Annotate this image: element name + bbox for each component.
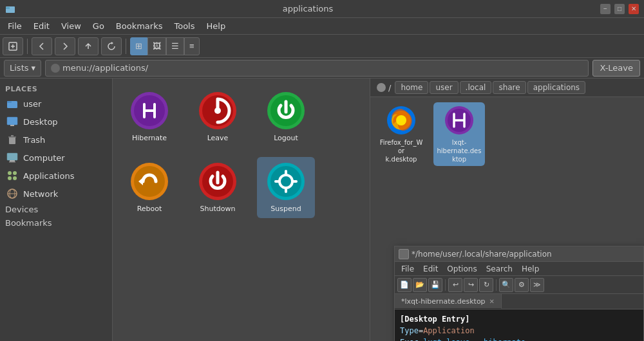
menu-view[interactable]: View bbox=[56, 20, 86, 32]
file-item-logout[interactable]: Logout bbox=[257, 86, 315, 147]
file-item-hibernate[interactable]: Hibernate bbox=[120, 86, 178, 147]
editor-title-text: */home/user/.local/share/application bbox=[412, 250, 639, 259]
breadcrumb-separator: / bbox=[388, 83, 391, 93]
editor-menu-bar: File Edit Options Search Help bbox=[395, 262, 643, 276]
menu-edit[interactable]: Edit bbox=[28, 20, 55, 32]
view-grid-button[interactable]: ⊞ bbox=[130, 37, 147, 55]
svg-point-12 bbox=[13, 171, 17, 175]
editor-new-btn[interactable]: 📄 bbox=[397, 278, 412, 292]
minimize-button[interactable]: − bbox=[600, 4, 611, 14]
view-image-button[interactable]: 🖼 bbox=[147, 37, 166, 55]
suspend-label: Suspend bbox=[270, 205, 301, 214]
editor-save-btn[interactable]: 💾 bbox=[428, 278, 442, 292]
lxqt-hibernate-label: lxqt-hibernate.desktop bbox=[436, 138, 482, 163]
sidebar-network-label: Network bbox=[23, 189, 58, 199]
menu-help[interactable]: Help bbox=[202, 20, 231, 32]
title-bar: applications − □ ✕ bbox=[0, 0, 644, 18]
breadcrumb-share[interactable]: share bbox=[493, 81, 526, 94]
svg-rect-10 bbox=[9, 161, 15, 163]
editor-replace-btn[interactable]: ⚙ bbox=[515, 278, 529, 292]
breadcrumb-local[interactable]: .local bbox=[460, 81, 492, 94]
file-item-shutdown[interactable]: Shutdown bbox=[189, 157, 247, 217]
sidebar: Places user Desktop Trash Computer bbox=[0, 78, 113, 341]
sidebar-item-computer[interactable]: Computer bbox=[1, 149, 111, 166]
menu-file[interactable]: File bbox=[3, 20, 27, 32]
menu-tools[interactable]: Tools bbox=[169, 20, 200, 32]
root-icon bbox=[377, 83, 386, 92]
svg-point-14 bbox=[13, 176, 17, 180]
menu-bar: File Edit View Go Bookmarks Tools Help bbox=[0, 18, 644, 35]
location-dropdown[interactable]: Lists ▾ bbox=[4, 60, 41, 77]
apps-icon bbox=[6, 170, 18, 181]
firefox-icon bbox=[386, 105, 417, 136]
new-window-button[interactable] bbox=[3, 37, 23, 55]
editor-menu-edit[interactable]: Edit bbox=[419, 264, 442, 274]
svg-rect-9 bbox=[10, 160, 15, 161]
forward-button[interactable] bbox=[55, 37, 75, 55]
maximize-button[interactable]: □ bbox=[614, 4, 625, 14]
trash-icon bbox=[6, 134, 18, 145]
editor-undo-btn[interactable]: ↩ bbox=[448, 278, 462, 292]
close-button[interactable]: ✕ bbox=[629, 4, 639, 14]
lxqt-hibernate-icon bbox=[444, 105, 475, 136]
file-area: Hibernate Leave bbox=[113, 78, 370, 341]
editor-open-btn[interactable]: 📂 bbox=[413, 278, 427, 292]
x-leave-button[interactable]: X-Leave bbox=[592, 60, 640, 77]
up-button[interactable] bbox=[78, 37, 99, 55]
leave-label: Leave bbox=[207, 134, 229, 143]
back-button[interactable] bbox=[32, 37, 52, 55]
menu-bookmarks[interactable]: Bookmarks bbox=[111, 20, 168, 32]
sidebar-computer-label: Computer bbox=[23, 153, 65, 163]
editor-menu-file[interactable]: File bbox=[397, 264, 418, 274]
leave-icon bbox=[197, 90, 238, 131]
svg-rect-8 bbox=[7, 153, 17, 160]
editor-tab-label: *lxqt-hibernate.desktop bbox=[401, 297, 486, 306]
main-area: Places user Desktop Trash Computer bbox=[0, 78, 644, 341]
svg-rect-1 bbox=[6, 7, 10, 9]
sidebar-item-trash[interactable]: Trash bbox=[1, 131, 111, 148]
svg-point-11 bbox=[8, 171, 12, 175]
editor-menu-search[interactable]: Search bbox=[482, 264, 516, 274]
editor-menu-help[interactable]: Help bbox=[518, 264, 543, 274]
view-list-button[interactable]: ☰ bbox=[166, 37, 184, 55]
editor-tab-close-icon[interactable]: ✕ bbox=[489, 298, 495, 305]
title-bar-icon bbox=[5, 4, 15, 14]
svg-point-42 bbox=[396, 115, 406, 125]
editor-more-btn[interactable]: ≫ bbox=[530, 278, 544, 292]
location-path[interactable]: menu://applications/ bbox=[45, 60, 589, 77]
file-item-suspend[interactable]: Suspend bbox=[257, 157, 315, 217]
editor-menu-options[interactable]: Options bbox=[443, 264, 480, 274]
sidebar-item-network[interactable]: Network bbox=[1, 185, 111, 202]
menu-go[interactable]: Go bbox=[88, 20, 109, 32]
right-file-item-lxqt-hibernate[interactable]: lxqt-hibernate.desktop bbox=[433, 102, 485, 166]
editor-tab-hibernate[interactable]: *lxqt-hibernate.desktop ✕ bbox=[395, 294, 502, 309]
file-item-reboot[interactable]: Reboot bbox=[120, 157, 178, 217]
sidebar-item-user[interactable]: user bbox=[1, 95, 111, 112]
editor-redo-btn[interactable]: ↪ bbox=[464, 278, 478, 292]
sidebar-devices-label: Devices bbox=[5, 205, 38, 214]
toolbar-separator-2 bbox=[126, 39, 126, 54]
breadcrumb-home[interactable]: home bbox=[395, 81, 428, 94]
suspend-icon bbox=[265, 161, 307, 202]
editor-tab-bar: *lxqt-hibernate.desktop ✕ bbox=[395, 294, 643, 309]
sidebar-item-bookmarks[interactable]: Bookmarks bbox=[0, 216, 112, 230]
breadcrumb-applications[interactable]: applications bbox=[527, 81, 585, 94]
logout-label: Logout bbox=[274, 134, 298, 143]
view-details-button[interactable]: ≡ bbox=[184, 37, 200, 55]
refresh-button[interactable] bbox=[101, 37, 122, 55]
shutdown-icon bbox=[197, 161, 238, 202]
sidebar-item-devices[interactable]: Devices bbox=[0, 203, 112, 216]
sidebar-item-applications[interactable]: Applications bbox=[1, 167, 111, 184]
editor-title-icon bbox=[399, 249, 409, 259]
editor-redo2-btn[interactable]: ↻ bbox=[479, 278, 493, 292]
breadcrumb-root[interactable]: / bbox=[374, 82, 393, 94]
editor-search-btn[interactable]: 🔍 bbox=[499, 278, 513, 292]
title-bar-controls: − □ ✕ bbox=[600, 4, 639, 14]
breadcrumb-user[interactable]: user bbox=[430, 81, 458, 94]
right-file-item-firefox[interactable]: Firefox_for_Work.desktop bbox=[375, 102, 427, 166]
sidebar-item-desktop[interactable]: Desktop bbox=[1, 113, 111, 130]
logout-icon bbox=[265, 90, 307, 131]
svg-rect-5 bbox=[7, 117, 17, 125]
svg-point-13 bbox=[8, 176, 12, 180]
file-item-leave[interactable]: Leave bbox=[189, 86, 247, 147]
